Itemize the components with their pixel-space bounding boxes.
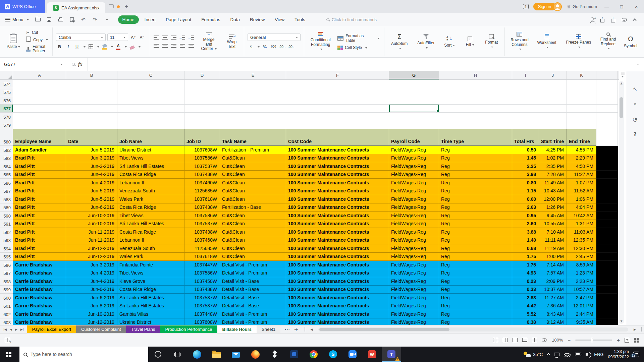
cell[interactable]	[596, 154, 618, 163]
cell[interactable]: 1037450W	[184, 277, 220, 286]
cell[interactable]	[512, 80, 539, 88]
cell[interactable]: 1037586W	[184, 212, 220, 220]
fill-button[interactable]: Fill	[461, 36, 479, 48]
column-header-F[interactable]: F	[286, 71, 389, 79]
cell[interactable]	[596, 80, 618, 88]
cell[interactable]: Costa Rica Ridge	[117, 228, 184, 236]
cell[interactable]: FieldWages-Reg	[389, 318, 439, 325]
format-button[interactable]: Format	[482, 34, 501, 50]
cell[interactable]: 11:27 AM	[567, 171, 596, 179]
document-tab[interactable]: S EA Assignment.xlsx	[47, 2, 105, 13]
cell[interactable]: 1037438W	[184, 286, 220, 294]
cell[interactable]: Reg	[439, 195, 512, 203]
cell[interactable]: Brad Pitt	[13, 154, 66, 163]
corner-menu-icon[interactable]	[621, 72, 625, 74]
format-painter-button[interactable]: FormatPainter	[25, 44, 49, 54]
cell[interactable]: Cut&Clean	[220, 187, 286, 195]
fill-color-button[interactable]	[101, 43, 108, 50]
sheet-tab-production-performance[interactable]: Production Performance	[160, 325, 217, 333]
cell[interactable]: Carrie Bradshaw	[13, 294, 66, 302]
cell[interactable]	[389, 121, 439, 129]
fullscreen-icon[interactable]	[634, 338, 639, 343]
cell[interactable]: Reg	[439, 318, 512, 325]
cell[interactable]	[567, 105, 596, 113]
cell[interactable]: 12:00 PM	[539, 195, 567, 203]
avatar[interactable]	[553, 2, 562, 11]
cell[interactable]: Lebannon II	[117, 179, 184, 187]
row-number[interactable]: 575	[0, 88, 13, 97]
cell[interactable]: Carrie Bradshaw	[13, 269, 66, 278]
cell[interactable]	[66, 105, 117, 113]
cell[interactable]: Sri Lanka Hill Estates	[117, 220, 184, 228]
cell[interactable]	[117, 88, 184, 97]
column-header-G[interactable]: G	[389, 71, 439, 79]
cell[interactable]	[286, 88, 389, 97]
taskbar-app-zoom[interactable]	[343, 347, 362, 362]
menu-tab-page-layout[interactable]: Page Layout	[161, 15, 196, 24]
sheet-tab-billable-hours[interactable]: Billable Hours	[217, 325, 257, 333]
cell[interactable]: Reg	[439, 277, 512, 286]
cell[interactable]: Cut&Clean	[220, 253, 286, 261]
cell[interactable]	[596, 220, 618, 228]
cell[interactable]: Reg	[439, 171, 512, 179]
vertical-scroll-thumb[interactable]	[620, 97, 623, 118]
cell[interactable]: 100 Summer Maintenance Contracts	[286, 146, 389, 154]
menu-tab-review[interactable]: Review	[246, 15, 269, 24]
row-number[interactable]: 586	[0, 179, 13, 187]
cell[interactable]: Detail Visit - Premium	[220, 261, 286, 269]
cell[interactable]: 0.38	[512, 318, 539, 325]
cell[interactable]: Jun-3-2019	[66, 154, 117, 163]
cell[interactable]: Carrie Bradshaw	[13, 261, 66, 269]
cell[interactable]	[596, 129, 618, 146]
cell[interactable]: 1.45	[512, 154, 539, 163]
menu-tab-insert[interactable]: Insert	[140, 15, 160, 24]
add-user-icon[interactable]	[591, 17, 594, 20]
cell[interactable]: 1037618W	[184, 253, 220, 261]
cell[interactable]: Cut&Clean	[220, 236, 286, 245]
cell[interactable]	[512, 88, 539, 97]
cell[interactable]: 7:10 AM	[539, 228, 567, 236]
cell[interactable]: 2:44 PM	[567, 310, 596, 318]
font-name-select[interactable]: Calibri	[56, 34, 106, 41]
cell[interactable]	[596, 318, 618, 325]
grid-corner-tools[interactable]	[620, 72, 625, 79]
cell[interactable]: FieldWages-Reg	[389, 228, 439, 236]
cell[interactable]: Sri Lanka Hill Estates	[117, 294, 184, 302]
wps-office-tab[interactable]: W WPS Office	[0, 0, 45, 13]
cell[interactable]	[117, 96, 184, 105]
help-icon[interactable]: ?	[634, 131, 637, 137]
collapse-ribbon-icon[interactable]	[633, 18, 636, 22]
cell[interactable]: Carrie Bradshaw	[13, 318, 66, 325]
cell[interactable]: Reg	[439, 302, 512, 310]
cell[interactable]: Brad Pitt	[13, 253, 66, 261]
save-button[interactable]	[45, 15, 54, 24]
cell[interactable]	[596, 244, 618, 253]
cell[interactable]: Finlandia Pointe	[117, 261, 184, 269]
cell[interactable]: Ukraine District	[117, 146, 184, 154]
row-number[interactable]: 591	[0, 220, 13, 228]
cell[interactable]: Cut&Clean	[220, 179, 286, 187]
cell[interactable]: Detail Visit - Base	[220, 294, 286, 302]
edit-sheet-icon[interactable]	[5, 338, 10, 342]
cell[interactable]: 4:04 PM	[567, 203, 596, 212]
page-layout-view-icon[interactable]	[522, 338, 527, 342]
cell[interactable]: Reg	[439, 244, 512, 253]
cell[interactable]: 4.93	[512, 269, 539, 278]
cell[interactable]: Reg	[439, 146, 512, 154]
freeze-panes-button[interactable]: Freeze Panes	[563, 34, 595, 50]
cell[interactable]: FieldWages-Reg	[389, 294, 439, 302]
cell[interactable]	[596, 253, 618, 261]
cell[interactable]: FieldWages-Reg	[389, 179, 439, 187]
row-number[interactable]: 598	[0, 277, 13, 286]
cell[interactable]: FieldWages-Reg	[389, 187, 439, 195]
format-as-table-button[interactable]: Format as Table	[336, 33, 381, 43]
cell[interactable]: 5.52	[512, 310, 539, 318]
window-manager-button[interactable]: 1	[523, 4, 529, 9]
column-header-K[interactable]: K	[567, 71, 596, 79]
cell[interactable]: 11:19 AM	[539, 244, 567, 253]
cell[interactable]: Jun-12-2019	[66, 253, 117, 261]
cell[interactable]: 100 Summer Maintenance Contracts	[286, 244, 389, 253]
new-tab-button[interactable]: +	[124, 3, 128, 10]
cell[interactable]: 1037586W	[184, 269, 220, 278]
cell[interactable]: Kieve Grove	[117, 277, 184, 286]
